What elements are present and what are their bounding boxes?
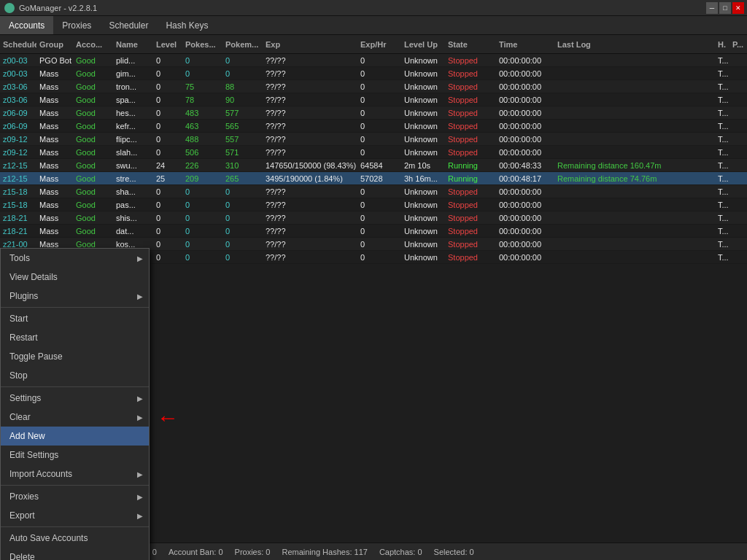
menu-tab-proxies[interactable]: Proxies bbox=[53, 16, 100, 34]
th-time: Time bbox=[496, 40, 554, 49]
table-cell: T... bbox=[715, 122, 729, 131]
table-cell: 0 bbox=[357, 253, 401, 262]
table-cell: T... bbox=[715, 174, 729, 183]
table-cell: sha... bbox=[113, 187, 153, 196]
table-row[interactable]: z00-03MassGoodgim...000??/??0UnknownStop… bbox=[0, 67, 747, 80]
table-row[interactable]: z09-12MassGoodslah...0506571??/??0Unknow… bbox=[0, 146, 747, 159]
context-menu-item-plugins[interactable]: Plugins▶ bbox=[1, 287, 149, 306]
context-menu-divider bbox=[1, 307, 149, 308]
table-cell: Good bbox=[73, 148, 113, 157]
menu-tab-accounts[interactable]: Accounts bbox=[0, 16, 53, 34]
table-cell: ??/?? bbox=[263, 69, 357, 78]
table-row[interactable]: z15-18MassGoodsha...000??/??0UnknownStop… bbox=[0, 185, 747, 198]
table-row[interactable]: z09-12MassGoodflipc...0488557??/??0Unkno… bbox=[0, 133, 747, 146]
menu-tab-scheduler[interactable]: Scheduler bbox=[100, 16, 157, 34]
table-row[interactable]: z12-15MassGoodswu...24226310147650/15000… bbox=[0, 159, 747, 172]
context-menu-item-import-accounts[interactable]: Import Accounts▶ bbox=[1, 464, 149, 483]
table-cell: 64584 bbox=[357, 161, 401, 170]
table-cell: 0 bbox=[182, 227, 222, 236]
table-cell: Good bbox=[73, 201, 113, 209]
table-cell: 0 bbox=[222, 187, 263, 196]
table-row[interactable]: z15-18MassGoodpas...000??/??0UnknownStop… bbox=[0, 198, 747, 211]
table-cell: 00:00:00:00 bbox=[496, 240, 554, 249]
table-cell: flipc... bbox=[113, 135, 153, 144]
context-menu-item-auto-save-accounts[interactable]: Auto Save Accounts bbox=[1, 529, 149, 548]
table-cell: 00:00:48:33 bbox=[496, 161, 554, 170]
table-cell: Good bbox=[73, 82, 113, 91]
table-cell: Stopped bbox=[445, 214, 496, 222]
context-menu-item-tools[interactable]: Tools▶ bbox=[1, 249, 149, 268]
context-menu-item-view-details[interactable]: View Details bbox=[1, 268, 149, 287]
context-menu-item-stop[interactable]: Stop bbox=[1, 366, 149, 385]
table-cell: 00:00:00:00 bbox=[496, 122, 554, 131]
th-pokes---: Pokes... bbox=[182, 40, 222, 49]
table-cell: 0 bbox=[153, 253, 182, 262]
context-menu-item-edit-settings[interactable]: Edit Settings bbox=[1, 446, 149, 464]
table-cell: Unknown bbox=[401, 253, 445, 262]
table-cell: 57028 bbox=[357, 174, 401, 183]
table-cell: plid... bbox=[113, 56, 153, 65]
context-menu-item-clear[interactable]: Clear▶ bbox=[1, 408, 149, 427]
table-cell: z00-03 bbox=[0, 69, 36, 78]
table-cell: Stopped bbox=[445, 122, 496, 131]
minimize-button[interactable]: ─ bbox=[706, 2, 718, 14]
table-cell: Good bbox=[73, 240, 113, 249]
table-cell: 209 bbox=[182, 174, 222, 183]
table-row[interactable]: z18-21MassGooddat...000??/??0UnknownStop… bbox=[0, 225, 747, 238]
submenu-arrow-icon: ▶ bbox=[137, 470, 143, 478]
table-cell: 3h 16m... bbox=[401, 174, 445, 183]
submenu-arrow-icon: ▶ bbox=[137, 512, 143, 520]
table-cell: Good bbox=[73, 187, 113, 196]
table-cell: Good bbox=[73, 122, 113, 131]
table-row[interactable]: z18-21MassGoodshis...000??/??0UnknownSto… bbox=[0, 211, 747, 225]
table-row[interactable]: z03-06MassGoodtron...07588??/??0UnknownS… bbox=[0, 80, 747, 93]
table-cell: Stopped bbox=[445, 82, 496, 91]
table-cell: 0 bbox=[357, 122, 401, 131]
table-cell: 506 bbox=[182, 148, 222, 157]
close-button[interactable]: ✕ bbox=[732, 2, 744, 14]
context-menu-item-add-new[interactable]: Add New bbox=[1, 427, 149, 446]
context-menu-item-toggle-pause[interactable]: Toggle Pause bbox=[1, 347, 149, 366]
table-row[interactable]: z12-15MassGoodstre...252092653495/190000… bbox=[0, 172, 747, 185]
submenu-arrow-icon: ▶ bbox=[137, 254, 143, 262]
table-cell: 00:00:00:00 bbox=[496, 214, 554, 222]
th-pokem---: Pokem... bbox=[222, 40, 263, 49]
context-menu-item-delete[interactable]: Delete bbox=[1, 548, 149, 560]
table-cell: ??/?? bbox=[263, 135, 357, 144]
maximize-button[interactable]: □ bbox=[719, 2, 731, 14]
table-cell: 0 bbox=[222, 69, 263, 78]
table-cell: tron... bbox=[113, 82, 153, 91]
table-cell: 0 bbox=[153, 227, 182, 236]
table-cell: PGO Bot bbox=[36, 56, 73, 65]
menu-bar: AccountsProxiesSchedulerHash Keys bbox=[0, 16, 747, 35]
context-menu-divider bbox=[1, 386, 149, 387]
table-cell: 0 bbox=[357, 135, 401, 144]
context-menu-item-export[interactable]: Export▶ bbox=[1, 506, 149, 525]
table-cell: Stopped bbox=[445, 148, 496, 157]
context-menu-item-proxies[interactable]: Proxies▶ bbox=[1, 487, 149, 506]
table-cell: Mass bbox=[36, 135, 73, 144]
table-cell: ??/?? bbox=[263, 227, 357, 236]
context-menu-item-restart[interactable]: Restart bbox=[1, 328, 149, 347]
table-row[interactable]: z03-06MassGoodspa...07890??/??0UnknownSt… bbox=[0, 93, 747, 106]
context-menu-item-start[interactable]: Start bbox=[1, 309, 149, 328]
table-cell: Mass bbox=[36, 96, 73, 104]
context-menu-item-settings[interactable]: Settings▶ bbox=[1, 389, 149, 408]
menu-tab-hash-keys[interactable]: Hash Keys bbox=[157, 16, 217, 34]
table-cell: z09-12 bbox=[0, 148, 36, 157]
table-cell: Unknown bbox=[401, 148, 445, 157]
table-cell: Unknown bbox=[401, 56, 445, 65]
table-row[interactable]: z06-09MassGoodkefr...0463565??/??0Unknow… bbox=[0, 120, 747, 133]
table-cell: Mass bbox=[36, 82, 73, 91]
table-row[interactable]: z00-03PGO BotGoodplid...000??/??0Unknown… bbox=[0, 54, 747, 67]
table-cell: Unknown bbox=[401, 69, 445, 78]
table-cell: T... bbox=[715, 148, 729, 157]
table-cell: 0 bbox=[222, 56, 263, 65]
table-cell: ??/?? bbox=[263, 82, 357, 91]
th-level: Level bbox=[153, 40, 182, 49]
table-row[interactable]: z06-09MassGoodhes...0483577??/??0Unknown… bbox=[0, 106, 747, 120]
table-cell: Good bbox=[73, 56, 113, 65]
table-cell: z21-00 bbox=[0, 240, 36, 249]
table-cell: Unknown bbox=[401, 122, 445, 131]
table-cell: spa... bbox=[113, 96, 153, 104]
